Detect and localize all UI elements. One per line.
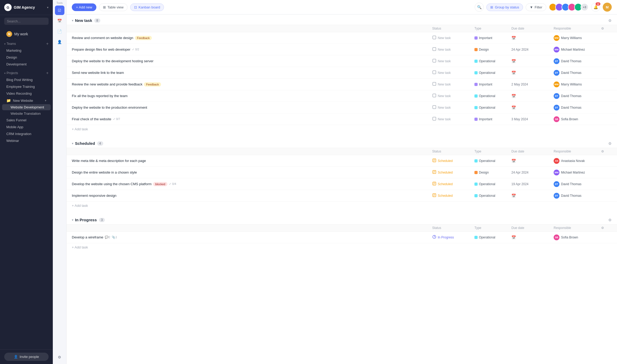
task-type-cell: Important (474, 117, 511, 121)
status-icon (432, 105, 436, 110)
strip-icon-person[interactable]: 👤 (55, 37, 64, 47)
calendar-icon: 📅 (511, 94, 516, 98)
invite-people-button[interactable]: 👤 Invite people (4, 353, 49, 361)
group-by-status-button[interactable]: ⊞ Group by status (486, 3, 523, 11)
search-input[interactable] (4, 18, 49, 25)
filter-button[interactable]: ▼ Filter (526, 3, 546, 11)
group-toggle-1[interactable]: ▾ (72, 142, 73, 145)
table-row[interactable]: Send new website link to the team New ta… (67, 67, 617, 79)
svg-rect-1 (433, 47, 436, 51)
group-settings-1[interactable]: ⚙ (608, 141, 612, 146)
group-title-0: New task (75, 18, 92, 23)
sidebar-item-new-website[interactable]: 📁 New Website ▾ (2, 97, 51, 104)
responsible-avatar: MW (554, 82, 559, 87)
group-section-2: ▾ In Progress 3 ⚙ Status Type Due date R… (67, 214, 617, 256)
task-status-cell: New task (432, 105, 474, 110)
status-icon (432, 181, 436, 186)
kanban-board-button[interactable]: ⊡ Kanban board (130, 3, 164, 11)
table-row[interactable]: Develop a wireframe💬2📎1 In Progress Oper… (67, 232, 617, 243)
group-settings-0[interactable]: ⚙ (608, 18, 612, 23)
responsible-name: Anastasia Novak (561, 159, 585, 163)
teams-toggle-icon[interactable]: ▾ (4, 42, 6, 45)
task-name-cell-0-5: Fix all the bugs reported by the team (72, 92, 432, 100)
avatar-more[interactable]: +3 (581, 3, 588, 11)
new-website-label: New Website (13, 99, 33, 103)
sidebar-item-mobile-app[interactable]: Mobile App (2, 124, 51, 130)
table-row[interactable]: Deploy the website to the production env… (67, 102, 617, 113)
notification-button[interactable]: 🔔 12 (591, 3, 600, 12)
strip-icon-doc[interactable]: 📄 (55, 27, 64, 36)
sidebar-item-development[interactable]: Development (2, 61, 51, 68)
table-row[interactable]: Write meta title & meta description for … (67, 155, 617, 167)
strip-icon-settings[interactable]: ⚙ (55, 352, 64, 362)
sidebar-subitem-website-development[interactable]: Website Development (2, 104, 51, 110)
teams-add-icon[interactable]: + (46, 42, 49, 46)
status-text: New task (438, 94, 451, 98)
sidebar-nav: M My work ▾ Teams + Marketing Design Dev… (0, 27, 53, 349)
table-header-0: Status Type Due date Responsible ⚙ (67, 25, 617, 32)
task-resp-cell: MW Marry Williams (554, 82, 601, 87)
sidebar-item-crm-integration[interactable]: CRM Integration (2, 131, 51, 137)
bell-icon: 🔔 (594, 5, 598, 9)
add-task-label-1: + Add task (72, 204, 88, 208)
projects-label: Projects (7, 71, 18, 75)
task-resp-cell: DT David Thomas (554, 193, 601, 199)
responsible-avatar: DT (554, 181, 559, 187)
task-type-cell: Operational (474, 59, 511, 63)
projects-toggle-icon[interactable]: ▾ (4, 72, 6, 75)
add-new-label: + Add new (76, 5, 92, 9)
task-due-cell: 24 Apr 2024 (511, 171, 554, 174)
sidebar-item-employee-training[interactable]: Employee Training (2, 83, 51, 90)
task-type-cell: Design (474, 171, 511, 174)
filter-icon: ▼ (530, 5, 533, 9)
task-name-cell-2-0: Develop a wireframe💬2📎1 (72, 233, 432, 241)
sidebar-item-blog-post-writing[interactable]: Blog Post Writing (2, 76, 51, 83)
task-status-cell: Scheduled (432, 158, 474, 163)
strip-icon-checkbox[interactable]: ☑ (55, 6, 64, 15)
table-row[interactable]: Final check of the website✓ 0/7 New task… (67, 113, 617, 125)
sidebar-item-my-work[interactable]: M My work (2, 30, 51, 39)
table-view-button[interactable]: ⊞ Table view (99, 3, 128, 11)
add-task-row-0[interactable]: + Add task (67, 125, 617, 133)
table-row[interactable]: Fix all the bugs reported by the team Ne… (67, 90, 617, 102)
task-due-cell: 3 May 2024 (511, 117, 554, 121)
blog-post-writing-label: Blog Post Writing (6, 78, 32, 82)
table-row[interactable]: Implement responsive design Scheduled Op… (67, 190, 617, 202)
table-row[interactable]: Review the new website and provide feedb… (67, 79, 617, 90)
task-name-cell-0-4: Review the new website and provide feedb… (72, 80, 432, 89)
group-title-1: Scheduled (75, 141, 95, 146)
strip-icon-calendar[interactable]: 📅 (55, 16, 64, 26)
add-task-row-1[interactable]: + Add task (67, 202, 617, 210)
task-type-cell: Operational (474, 194, 511, 198)
group-toggle-0[interactable]: ▾ (72, 19, 73, 22)
table-row[interactable]: Deploy the website to the development ho… (67, 55, 617, 67)
table-row[interactable]: Develop the website using the chosen CMS… (67, 178, 617, 190)
responsible-avatar: DT (554, 58, 559, 64)
sidebar-item-marketing[interactable]: Marketing (2, 47, 51, 54)
sales-funnel-label: Sales Funnel (6, 118, 26, 122)
responsible-name: David Thomas (561, 59, 581, 63)
add-task-row-2[interactable]: + Add task (67, 243, 617, 251)
sidebar-item-webinar[interactable]: Webinar (2, 137, 51, 144)
search-button[interactable]: 🔍 (475, 3, 484, 12)
sidebar-subitem-website-translation[interactable]: Website Translation (2, 111, 51, 117)
crm-integration-label: CRM Integration (6, 132, 31, 136)
table-row[interactable]: Design the entire website in a chosen st… (67, 167, 617, 178)
section-gap (67, 251, 617, 256)
table-row[interactable]: Review and comment on website designFeed… (67, 32, 617, 44)
group-toggle-2[interactable]: ▾ (72, 218, 73, 222)
group-settings-2[interactable]: ⚙ (608, 218, 612, 222)
website-development-label: Website Development (11, 105, 44, 109)
sidebar-item-sales-funnel[interactable]: Sales Funnel (2, 117, 51, 123)
notification-badge: 12 (596, 2, 600, 6)
sidebar-item-video-recording[interactable]: Video Recording (2, 90, 51, 97)
sidebar-item-design[interactable]: Design (2, 54, 51, 61)
responsible-avatar: DT (554, 193, 559, 199)
add-new-button[interactable]: + Add new (72, 3, 96, 11)
table-row[interactable]: Prepare design files for web developer✓ … (67, 44, 617, 55)
projects-add-icon[interactable]: + (46, 71, 49, 75)
group-count-2: 3 (99, 218, 105, 222)
task-status-cell: New task (432, 82, 474, 87)
sidebar-header[interactable]: G GIM Agency ▾ (0, 0, 53, 15)
user-avatar[interactable]: M (603, 3, 612, 12)
